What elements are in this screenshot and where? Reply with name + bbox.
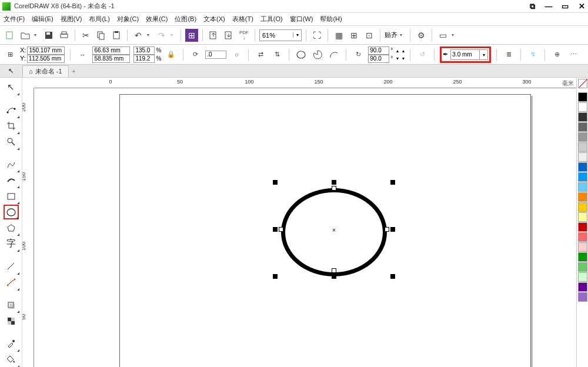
pie-tool-icon[interactable] xyxy=(311,48,324,61)
color-swatch[interactable] xyxy=(578,212,587,222)
selection-handle-w[interactable] xyxy=(273,227,278,232)
arc-tool-icon[interactable] xyxy=(328,48,340,61)
close-button[interactable]: ✕ xyxy=(577,2,586,11)
canvas[interactable]: × xyxy=(34,88,576,367)
color-swatch[interactable] xyxy=(578,202,587,212)
connector-tool[interactable] xyxy=(4,275,19,290)
color-swatch[interactable] xyxy=(578,242,587,252)
maximize-button[interactable]: ▭ xyxy=(561,2,569,11)
menu-file[interactable]: 文件(F) xyxy=(4,15,25,24)
zoom-combo[interactable]: ▾ xyxy=(259,29,302,41)
menu-object[interactable]: 对象(C) xyxy=(117,15,139,24)
selection-center[interactable]: × xyxy=(331,227,337,233)
open-dropdown[interactable]: ▾ xyxy=(34,32,40,38)
color-swatch[interactable] xyxy=(578,112,587,122)
scale-w-input[interactable] xyxy=(133,46,155,55)
scale-h-input[interactable] xyxy=(133,55,155,63)
paste-button[interactable] xyxy=(110,29,123,42)
color-swatch[interactable] xyxy=(578,252,587,262)
selection-handle-se[interactable] xyxy=(390,274,395,279)
ellipse-tool-icon[interactable] xyxy=(295,48,308,61)
edit-handle-s[interactable] xyxy=(332,268,336,273)
search-button[interactable]: ⊞ xyxy=(185,29,198,42)
arc-direction-button[interactable]: ↺ xyxy=(416,48,429,61)
menu-help[interactable]: 帮助(H) xyxy=(320,15,342,24)
artistic-media-tool[interactable] xyxy=(4,173,19,188)
new-button[interactable] xyxy=(4,29,16,42)
ellipse-tool[interactable] xyxy=(4,205,19,219)
pdf-button[interactable]: PDF↓ xyxy=(238,29,250,42)
x-input[interactable] xyxy=(27,46,65,55)
crop-tool[interactable] xyxy=(4,119,19,134)
mirror-v-button[interactable]: ⇅ xyxy=(270,48,283,61)
transparency-tool[interactable] xyxy=(4,313,19,328)
color-swatch[interactable] xyxy=(578,192,587,202)
color-swatch[interactable] xyxy=(578,152,587,162)
color-swatch[interactable] xyxy=(578,92,587,102)
selection-handle-sw[interactable] xyxy=(273,274,278,279)
redo-button[interactable]: ↷ xyxy=(155,29,168,42)
user-icon[interactable]: ⧉ xyxy=(528,2,536,11)
fill-tool[interactable] xyxy=(4,352,19,367)
import-button[interactable] xyxy=(207,29,220,42)
convert-curves-button[interactable]: ↯ xyxy=(526,48,539,61)
arc-a1-input[interactable] xyxy=(368,46,389,55)
export-button[interactable] xyxy=(222,29,235,42)
open-button[interactable] xyxy=(19,29,32,42)
edit-handle-w[interactable] xyxy=(279,227,283,232)
menu-edit[interactable]: 编辑(E) xyxy=(32,15,54,24)
selection-handle-s[interactable] xyxy=(332,274,336,279)
color-swatch[interactable] xyxy=(578,172,587,182)
pick-tool[interactable]: ↖ xyxy=(4,80,19,95)
color-swatch[interactable] xyxy=(578,122,587,132)
shape-tool[interactable] xyxy=(4,103,19,118)
add-tab-button[interactable]: + xyxy=(69,68,79,75)
launch-button[interactable]: ▭ xyxy=(436,29,449,42)
redo-dropdown[interactable]: ▾ xyxy=(171,32,176,38)
snap-label[interactable]: 贴齐 xyxy=(385,31,397,39)
color-swatch[interactable] xyxy=(578,142,587,152)
launch-dropdown[interactable]: ▾ xyxy=(452,32,457,38)
color-swatch[interactable] xyxy=(578,232,587,242)
color-swatch[interactable] xyxy=(578,222,587,232)
horizontal-ruler[interactable]: 0 50 100 150 200 250 300 毫米 xyxy=(34,78,576,88)
polygon-tool[interactable] xyxy=(4,221,19,235)
color-swatch[interactable] xyxy=(578,282,587,292)
text-tool[interactable]: 字 xyxy=(4,236,19,251)
lock-ratio-button[interactable]: 🔒 xyxy=(165,48,178,61)
selection-handle-e[interactable] xyxy=(390,227,395,232)
copy-button[interactable] xyxy=(95,29,108,42)
menu-effect[interactable]: 效果(C) xyxy=(146,15,168,24)
menu-tools[interactable]: 工具(O) xyxy=(260,15,283,24)
width-input[interactable] xyxy=(92,46,130,55)
color-swatch[interactable] xyxy=(578,272,587,282)
color-swatch[interactable] xyxy=(578,262,587,272)
freehand-tool[interactable] xyxy=(4,157,19,172)
y-input[interactable] xyxy=(27,55,65,63)
rotate-input[interactable] xyxy=(205,51,226,59)
quick-customize-button[interactable]: ⊕ xyxy=(550,48,563,61)
menu-window[interactable]: 窗口(W) xyxy=(290,15,313,24)
selection-handle-n[interactable] xyxy=(332,180,336,185)
color-swatch[interactable] xyxy=(578,132,587,142)
zoom-tool[interactable] xyxy=(4,135,19,149)
height-input[interactable] xyxy=(92,55,130,63)
save-button[interactable] xyxy=(42,29,55,42)
snap-dropdown[interactable]: ▾ xyxy=(400,32,406,38)
rulers-button[interactable]: ▦ xyxy=(332,29,345,42)
selection-handle-ne[interactable] xyxy=(390,180,395,185)
zoom-dropdown[interactable]: ▾ xyxy=(293,32,301,38)
eyedropper-tool[interactable] xyxy=(4,336,19,351)
outline-width-dropdown[interactable]: ▾ xyxy=(480,49,488,60)
menu-layout[interactable]: 布局(L) xyxy=(89,15,109,24)
menu-bitmap[interactable]: 位图(B) xyxy=(175,15,196,24)
menu-text[interactable]: 文本(X) xyxy=(203,15,225,24)
outline-width-input[interactable] xyxy=(450,49,480,60)
color-swatch[interactable] xyxy=(578,162,587,172)
grid-button[interactable]: ⊞ xyxy=(348,29,360,42)
vertical-ruler[interactable]: 200 150 100 50 xyxy=(22,88,34,367)
parallel-dimension-tool[interactable] xyxy=(4,259,19,274)
color-swatch[interactable] xyxy=(578,102,587,112)
print-button[interactable] xyxy=(58,29,71,42)
color-swatch[interactable] xyxy=(578,182,587,192)
